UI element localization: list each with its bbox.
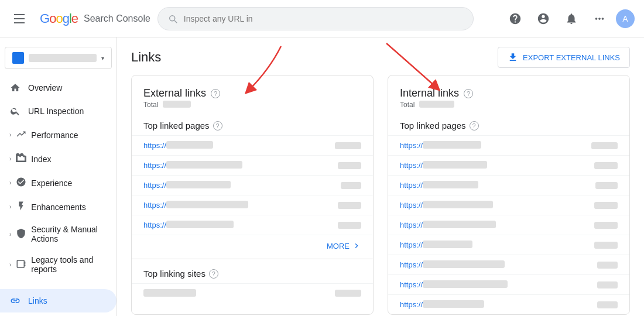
help-button[interactable] bbox=[503, 7, 527, 30]
search-icon bbox=[167, 13, 178, 24]
table-row: https:// bbox=[388, 175, 629, 195]
performance-icon bbox=[16, 129, 26, 141]
topbar: Google Search Console A bbox=[0, 0, 644, 37]
main-header: Links EXPORT EXTERNAL LINKS bbox=[117, 37, 644, 75]
external-links-help-icon[interactable]: ? bbox=[211, 89, 220, 98]
table-row bbox=[132, 283, 373, 302]
int-top-linked-help-icon[interactable]: ? bbox=[470, 121, 479, 130]
account-button[interactable] bbox=[532, 7, 555, 30]
sidebar-item-label: URL Inspection bbox=[28, 107, 84, 116]
brand-label: Search Console bbox=[84, 13, 150, 24]
ext-top-linking-label: Top linking sites bbox=[143, 269, 205, 279]
links-icon bbox=[9, 295, 21, 307]
notifications-button[interactable] bbox=[560, 7, 583, 30]
table-row: https:// bbox=[388, 135, 629, 155]
table-row: https:// bbox=[388, 255, 629, 274]
table-row: https:// bbox=[388, 215, 629, 235]
sidebar-item-security[interactable]: › Security & Manual Actions bbox=[0, 219, 117, 249]
ext-more-label: MORE bbox=[327, 242, 350, 250]
ext-top-linked-section: Top linked pages ? bbox=[132, 111, 373, 135]
sidebar-item-performance[interactable]: › Performance bbox=[0, 123, 117, 147]
table-row: https:// bbox=[388, 155, 629, 175]
external-links-total: Total bbox=[143, 101, 361, 109]
property-icon bbox=[12, 52, 24, 64]
menu-button[interactable] bbox=[9, 7, 33, 30]
home-icon bbox=[9, 82, 21, 94]
internal-links-card: Internal links ? Total Top linked pages … bbox=[388, 75, 630, 315]
ext-top-linked-help-icon[interactable]: ? bbox=[213, 121, 222, 130]
internal-links-total: Total bbox=[400, 101, 618, 109]
table-row: https:// bbox=[132, 135, 373, 155]
ext-more-button[interactable]: MORE bbox=[132, 235, 373, 256]
sidebar-item-label: Index bbox=[31, 154, 51, 164]
sidebar-item-settings[interactable]: Settings bbox=[0, 312, 117, 316]
url-inspection-icon bbox=[9, 105, 21, 117]
chevron-right-icon bbox=[352, 241, 361, 250]
table-row: https:// bbox=[388, 195, 629, 215]
export-button[interactable]: EXPORT EXTERNAL LINKS bbox=[498, 47, 630, 68]
topbar-actions: A bbox=[503, 7, 635, 30]
internal-links-help-icon[interactable]: ? bbox=[464, 89, 473, 98]
ext-top-linking-header: Top linking sites ? bbox=[132, 259, 373, 283]
int-top-linked-label: Top linked pages bbox=[400, 121, 466, 130]
external-links-card: External links ? Total Top linked pages … bbox=[131, 75, 374, 315]
ext-top-linked-rows: https:// https:// https:// bbox=[132, 135, 373, 235]
table-row: https:// bbox=[132, 175, 373, 195]
property-text bbox=[29, 54, 97, 62]
sidebar-item-label: Enhancements bbox=[31, 202, 85, 212]
sidebar-item-label: Experience bbox=[31, 178, 72, 188]
ext-top-linking-help-icon[interactable]: ? bbox=[209, 269, 218, 279]
experience-toggle-icon: › bbox=[9, 180, 11, 186]
legacy-toggle-icon: › bbox=[9, 262, 11, 268]
enhancements-icon bbox=[16, 201, 26, 213]
download-icon bbox=[508, 52, 518, 63]
ext-top-linked-label: Top linked pages bbox=[143, 121, 210, 130]
int-top-linked-rows: https:// https:// https:// bbox=[388, 135, 629, 314]
apps-button[interactable] bbox=[588, 7, 611, 30]
table-row: https:// bbox=[132, 195, 373, 215]
legacy-icon bbox=[16, 259, 26, 271]
sidebar-item-label: Overview bbox=[28, 83, 62, 92]
security-toggle-icon: › bbox=[9, 231, 11, 238]
sidebar-item-label: Security & Manual Actions bbox=[31, 225, 107, 243]
search-input[interactable] bbox=[184, 14, 464, 23]
enhancements-toggle-icon: › bbox=[9, 204, 11, 210]
sidebar-item-label: Links bbox=[28, 296, 47, 305]
sidebar: ▾ Overview URL Inspection › Performance … bbox=[0, 37, 117, 316]
table-row: https:// bbox=[388, 294, 629, 314]
sidebar-item-label: Legacy tools and reports bbox=[31, 255, 107, 274]
security-icon bbox=[16, 228, 26, 241]
table-row: https:// bbox=[132, 155, 373, 175]
ext-top-linking-section: Top linking sites ? bbox=[132, 259, 373, 302]
sidebar-item-links[interactable]: Links bbox=[0, 289, 117, 312]
sidebar-item-url-inspection[interactable]: URL Inspection bbox=[0, 99, 117, 123]
performance-toggle-icon: › bbox=[9, 132, 11, 138]
sidebar-item-overview[interactable]: Overview bbox=[0, 76, 117, 99]
table-row: https:// bbox=[132, 215, 373, 235]
content-area: External links ? Total Top linked pages … bbox=[117, 75, 644, 315]
internal-links-header: Internal links ? Total bbox=[388, 75, 629, 111]
experience-icon bbox=[16, 177, 26, 189]
main-content: Links EXPORT EXTERNAL LINKS External lin… bbox=[117, 37, 644, 316]
search-bar[interactable] bbox=[157, 7, 474, 30]
external-links-title: External links bbox=[143, 87, 206, 99]
table-row: https:// bbox=[388, 235, 629, 255]
hamburger-icon bbox=[14, 12, 28, 26]
sidebar-item-label: Performance bbox=[31, 130, 78, 140]
index-toggle-icon: › bbox=[9, 156, 11, 162]
table-row: https:// bbox=[388, 274, 629, 294]
sidebar-item-enhancements[interactable]: › Enhancements bbox=[0, 195, 117, 219]
avatar[interactable]: A bbox=[616, 9, 635, 28]
property-selector[interactable]: ▾ bbox=[5, 47, 112, 69]
int-top-linked-section: Top linked pages ? bbox=[388, 111, 629, 135]
index-icon bbox=[16, 153, 26, 165]
brand-logo[interactable]: Google Search Console bbox=[40, 11, 150, 26]
external-links-count bbox=[163, 101, 191, 108]
property-chevron-icon: ▾ bbox=[101, 55, 104, 61]
page-title: Links bbox=[131, 50, 161, 65]
sidebar-item-legacy[interactable]: › Legacy tools and reports bbox=[0, 249, 117, 280]
sidebar-item-experience[interactable]: › Experience bbox=[0, 171, 117, 195]
sidebar-item-index[interactable]: › Index bbox=[0, 147, 117, 171]
internal-links-title: Internal links bbox=[400, 87, 459, 99]
external-links-header: External links ? Total bbox=[132, 75, 373, 111]
